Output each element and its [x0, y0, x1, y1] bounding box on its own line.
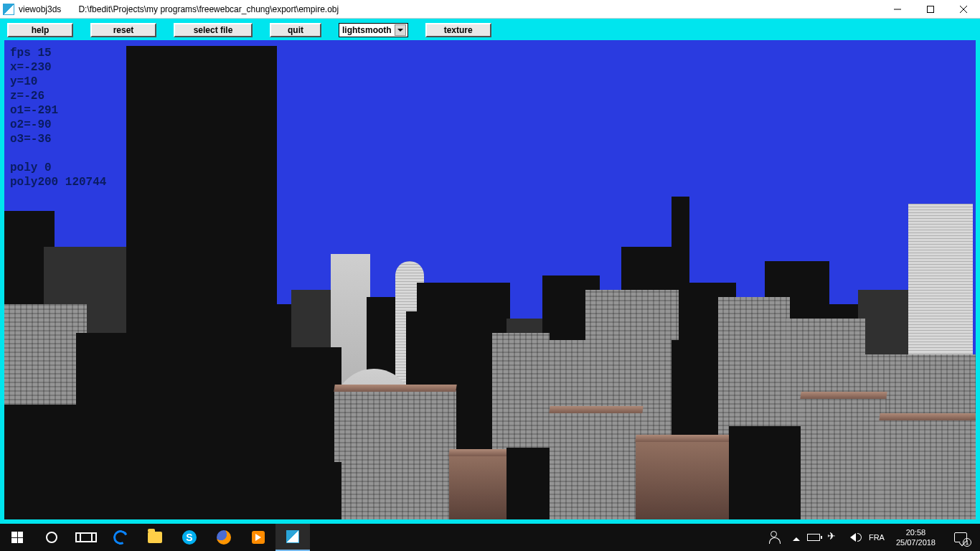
texture-button[interactable]: texture — [425, 23, 491, 37]
select-file-button[interactable]: select file — [174, 23, 253, 37]
app-frame: help reset select file quit lightsmooth … — [0, 19, 980, 524]
tray-airplane[interactable] — [827, 532, 839, 543]
windows-logo-icon — [11, 532, 23, 543]
hud-z: z=-26 — [10, 90, 44, 103]
taskbar-app-media-player[interactable] — [241, 524, 275, 551]
media-player-icon — [252, 531, 265, 544]
edge-icon — [111, 528, 130, 547]
app-name: viewobj3ds — [19, 4, 61, 14]
reset-button[interactable]: reset — [90, 23, 156, 37]
tray-clock[interactable]: 20:58 25/07/2018 — [892, 527, 940, 547]
skype-icon: S — [182, 530, 197, 545]
app-icon — [3, 4, 14, 15]
tray-battery[interactable] — [807, 534, 820, 541]
close-icon — [960, 6, 967, 13]
taskbar-app-viewobj3ds[interactable] — [275, 524, 310, 551]
window-titlebar: viewobj3ds D:\fbedit\Projects\my program… — [0, 0, 980, 19]
hud-o1: o1=-291 — [10, 104, 58, 117]
close-button[interactable] — [947, 0, 980, 19]
hud-x: x=-230 — [10, 61, 52, 74]
render-mode-value: lightsmooth — [342, 25, 392, 35]
notification-badge: 1 — [963, 538, 971, 547]
firefox-icon — [217, 530, 231, 545]
task-view-icon — [80, 532, 93, 542]
volume-wave-icon — [857, 533, 862, 542]
taskbar-app-skype[interactable]: S — [172, 524, 207, 551]
airplane-icon — [827, 532, 839, 543]
people-icon — [769, 531, 782, 544]
battery-icon — [807, 534, 820, 541]
windows-taskbar: S FRA 20:58 25/07/2018 1 — [0, 524, 980, 551]
hud-o3: o3=-36 — [10, 133, 52, 146]
hud-o2: o2=-90 — [10, 118, 52, 131]
task-view-button[interactable] — [69, 524, 103, 551]
help-button[interactable]: help — [7, 23, 73, 37]
cortana-button[interactable] — [34, 524, 69, 551]
city-render — [4, 40, 976, 519]
tray-date: 25/07/2018 — [896, 537, 936, 547]
render-mode-select[interactable]: lightsmooth — [339, 23, 408, 37]
start-button[interactable] — [0, 524, 34, 551]
maximize-button[interactable] — [914, 0, 947, 19]
svg-rect-1 — [928, 6, 934, 12]
viewobj3ds-icon — [286, 530, 299, 543]
chevron-up-icon — [793, 534, 800, 541]
folder-icon — [148, 532, 162, 543]
system-tray: FRA 20:58 25/07/2018 1 — [765, 524, 980, 551]
tray-overflow[interactable] — [793, 534, 800, 541]
minimize-button[interactable] — [881, 0, 914, 19]
file-path: D:\fbedit\Projects\my programs\freewebca… — [78, 4, 339, 14]
hud-poly200: poly200 120744 — [10, 176, 106, 189]
maximize-icon — [927, 6, 934, 13]
cortana-icon — [46, 532, 57, 543]
tray-language[interactable]: FRA — [869, 533, 885, 542]
hud-overlay: fps 15 x=-230 y=10 z=-26 o1=-291 o2=-90 … — [10, 46, 106, 189]
viewport-3d[interactable]: fps 15 x=-230 y=10 z=-26 o1=-291 o2=-90 … — [4, 40, 976, 519]
toolbar: help reset select file quit lightsmooth … — [4, 23, 976, 40]
minimize-icon — [894, 6, 901, 13]
quit-button[interactable]: quit — [270, 23, 321, 37]
hud-y: y=10 — [10, 75, 37, 88]
hud-fps: fps 15 — [10, 47, 52, 60]
volume-icon — [846, 533, 856, 542]
taskbar-app-explorer[interactable] — [138, 524, 172, 551]
taskbar-app-firefox[interactable] — [207, 524, 241, 551]
tray-people[interactable] — [765, 524, 786, 551]
chevron-down-icon — [395, 24, 406, 36]
taskbar-app-edge[interactable] — [103, 524, 138, 551]
tray-notifications[interactable]: 1 — [947, 524, 974, 551]
tray-volume[interactable] — [846, 533, 862, 542]
tray-time: 20:58 — [896, 527, 936, 537]
hud-poly0: poly 0 — [10, 161, 52, 174]
